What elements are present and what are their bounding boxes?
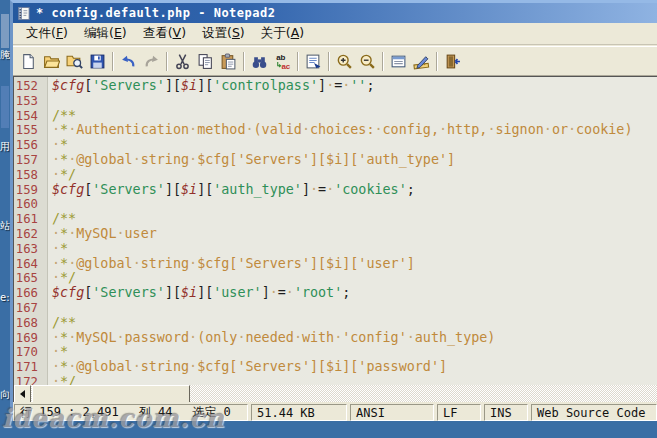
exit-button[interactable] [441, 50, 464, 73]
toolbar-separator [436, 52, 438, 71]
code-line: 156·* [14, 138, 657, 153]
notepad2-window: * config.default.php - Notepad2 文件(F)编辑(… [10, 0, 657, 421]
undo-button[interactable] [117, 50, 140, 73]
file-size-value: 51.44 KB [257, 406, 315, 420]
code-text: $cfg['Servers'][$i]['auth_type']·=·'cook… [44, 183, 415, 198]
line-number: 152 [14, 79, 44, 94]
open-folder-icon [43, 53, 60, 70]
line-number: 164 [14, 257, 44, 272]
find-button[interactable] [248, 50, 271, 73]
line-number: 159 [14, 183, 44, 198]
code-line: 162·*·MySQL·user [14, 227, 657, 242]
cut-button[interactable] [171, 50, 194, 73]
code-line: 157·*·@global·string·$cfg['Servers'][$i]… [14, 153, 657, 168]
line-number: 154 [14, 109, 44, 124]
code-line: 172·*/ [14, 375, 657, 385]
toolbar-separator [382, 52, 384, 71]
line-number: 168 [14, 316, 44, 331]
find-binoculars-icon [251, 53, 268, 70]
find-in-files-button[interactable] [63, 50, 86, 73]
line-number: 160 [14, 197, 44, 212]
menu-item-e[interactable]: 编辑(E) [76, 23, 135, 44]
code-line: 169·*·MySQL·password·(only·needed·with·'… [14, 331, 657, 346]
code-line: 155·*·Authentication·method·(valid·choic… [14, 123, 657, 138]
copy-button[interactable] [194, 50, 217, 73]
code-line: 152$cfg['Servers'][$i]['controlpass']·=·… [14, 79, 657, 94]
code-text: ·*·Authentication·method·(valid·choices:… [44, 123, 633, 138]
code-editor[interactable]: 152$cfg['Servers'][$i]['controlpass']·=·… [14, 77, 657, 385]
code-text: /** [44, 109, 76, 124]
desktop-label-fragment: 腌 [0, 48, 10, 62]
launch-view-icon [305, 53, 322, 70]
line-number: 156 [14, 138, 44, 153]
horizontal-scroll-thumb[interactable] [32, 385, 190, 403]
code-text: ·*/ [44, 375, 76, 385]
line-number: 155 [14, 123, 44, 138]
line-number: 157 [14, 153, 44, 168]
toolbar-separator [166, 52, 168, 71]
redo-button[interactable] [140, 50, 163, 73]
copy-icon [197, 53, 214, 70]
code-text: ·*·@global·string·$cfg['Servers'][$i]['a… [44, 153, 455, 168]
line-number: 165 [14, 271, 44, 286]
folder-search-icon [66, 53, 83, 70]
code-text [44, 94, 52, 109]
code-text [44, 197, 52, 212]
code-text: ·*·MySQL·user [44, 227, 157, 242]
code-text: ·* [44, 345, 68, 360]
code-line: 158·*/ [14, 168, 657, 183]
redo-icon [143, 53, 160, 70]
toolbar: abac [13, 46, 657, 76]
zoom-in-button[interactable] [333, 50, 356, 73]
line-number: 169 [14, 331, 44, 346]
menu-item-v[interactable]: 查看(V) [135, 23, 194, 44]
status-insert-mode[interactable]: INS [484, 404, 528, 421]
title-bar[interactable]: * config.default.php - Notepad2 [13, 3, 657, 23]
code-text: ·*/ [44, 168, 76, 183]
status-syntax-scheme[interactable]: Web Source Code [531, 404, 657, 421]
code-line: 164·*·@global·string·$cfg['Servers'][$i]… [14, 257, 657, 272]
menu-item-a[interactable]: 关于(A) [253, 23, 312, 44]
line-number: 167 [14, 301, 44, 316]
code-line: 165·*/ [14, 271, 657, 286]
insert-mode-value: INS [490, 406, 512, 420]
launch-view-button[interactable] [302, 50, 325, 73]
customize-scheme-button[interactable] [410, 50, 433, 73]
undo-icon [120, 53, 137, 70]
svg-text:ac: ac [281, 61, 290, 69]
zoom-in-icon [336, 53, 353, 70]
code-line: 171·*·@global·string·$cfg['Servers'][$i]… [14, 360, 657, 375]
new-file-icon [20, 53, 37, 70]
new-file-button[interactable] [17, 50, 40, 73]
pencil-ruler-icon [413, 53, 430, 70]
status-encoding[interactable]: ANSI [350, 404, 434, 421]
code-line: 159$cfg['Servers'][$i]['auth_type']·=·'c… [14, 183, 657, 198]
code-text: ·*·@global·string·$cfg['Servers'][$i]['u… [44, 257, 415, 272]
code-text: /** [44, 212, 76, 227]
code-line: 153 [14, 94, 657, 109]
paste-button[interactable] [217, 50, 240, 73]
code-line: 170·* [14, 345, 657, 360]
desktop-label-fragment: e: [0, 292, 10, 303]
code-text [44, 301, 52, 316]
replace-button[interactable]: abac [271, 50, 294, 73]
toolbar-separator [297, 52, 299, 71]
settings-list-button[interactable] [387, 50, 410, 73]
line-number: 153 [14, 94, 44, 109]
menu-item-s[interactable]: 设置(S) [194, 23, 253, 44]
paste-clipboard-icon [220, 53, 237, 70]
desktop-label-fragment: 站 [0, 219, 10, 233]
status-line-ending[interactable]: LF [437, 404, 481, 421]
open-file-button[interactable] [40, 50, 63, 73]
zoom-out-button[interactable] [356, 50, 379, 73]
line-number: 171 [14, 360, 44, 375]
menu-item-f[interactable]: 文件(F) [18, 23, 76, 44]
line-number: 166 [14, 286, 44, 301]
line-number: 158 [14, 168, 44, 183]
horizontal-scrollbar[interactable] [14, 385, 657, 403]
line-number: 161 [14, 212, 44, 227]
cut-scissors-icon [174, 53, 191, 70]
scroll-left-button[interactable] [14, 385, 31, 403]
save-button[interactable] [86, 50, 109, 73]
settings-list-icon [390, 53, 407, 70]
